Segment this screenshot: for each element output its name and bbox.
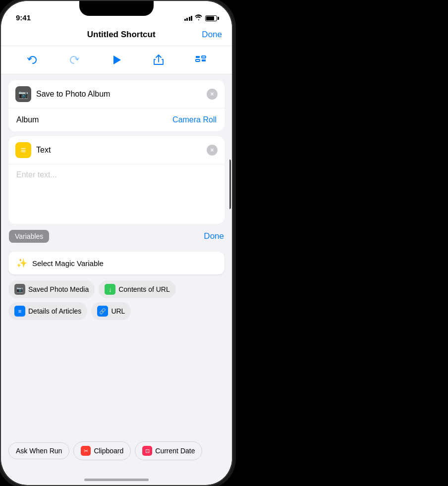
contents-url-chip[interactable]: ↓ Contents of URL: [99, 280, 176, 298]
share-button[interactable]: [150, 51, 168, 69]
saved-photo-chip-icon: 📷: [14, 284, 25, 295]
magic-wand-icon: ✨: [16, 258, 27, 269]
clipboard-chip[interactable]: ✂ Clipboard: [73, 441, 131, 460]
contents-url-chip-icon: ↓: [105, 284, 115, 295]
variables-done-button[interactable]: Done: [204, 231, 224, 241]
play-button[interactable]: [108, 51, 125, 69]
ask-when-run-chip[interactable]: Ask When Run: [8, 442, 69, 459]
text-card: ≡ Text × Enter text...: [8, 136, 224, 224]
phone-screen: 9:41 Untitled: [1, 1, 232, 485]
magic-variable-label: Select Magic Variable: [32, 259, 104, 268]
battery-icon: [205, 15, 217, 21]
text-header: ≡ Text ×: [8, 136, 224, 164]
saved-photo-chip[interactable]: 📷 Saved Photo Media: [8, 280, 95, 298]
status-icons: [184, 14, 218, 22]
nav-done-button[interactable]: Done: [202, 30, 222, 40]
save-photo-icon: 📷: [15, 86, 31, 102]
svg-marker-0: [113, 55, 121, 64]
save-photo-close-button[interactable]: ×: [207, 89, 218, 100]
bottom-chips-row: Ask When Run ✂ Clipboard ⊡ Current Date: [1, 436, 232, 465]
variables-content: ✨ Select Magic Variable 📷 Saved Photo Me…: [1, 248, 232, 330]
home-indicator: [84, 479, 149, 481]
clipboard-icon: ✂: [81, 446, 91, 456]
text-title: Text: [36, 146, 51, 155]
album-label: Album: [16, 115, 39, 124]
contents-url-chip-label: Contents of URL: [118, 285, 170, 293]
url-chip-icon: 🔗: [97, 306, 108, 317]
text-input-area[interactable]: Enter text...: [8, 164, 224, 224]
status-time: 9:41: [16, 13, 31, 22]
current-date-chip[interactable]: ⊡ Current Date: [135, 441, 202, 460]
redo-button[interactable]: [65, 51, 83, 69]
magic-variable-button[interactable]: ✨ Select Magic Variable: [8, 252, 224, 274]
details-articles-chip-label: Details of Articles: [28, 307, 81, 315]
settings-button[interactable]: [192, 51, 210, 69]
text-close-button[interactable]: ×: [207, 145, 218, 156]
text-icon: ≡: [15, 142, 31, 158]
variables-bar: Variables Done: [1, 224, 232, 248]
url-chip[interactable]: 🔗 URL: [91, 302, 131, 320]
wifi-icon: [195, 14, 203, 22]
status-bar: 9:41: [1, 1, 232, 26]
svg-rect-4: [202, 59, 206, 61]
clipboard-label: Clipboard: [94, 447, 123, 455]
nav-title: Untitled Shortcut: [87, 30, 156, 40]
phone-frame: 9:41 Untitled: [0, 0, 233, 486]
current-date-icon: ⊡: [142, 446, 152, 456]
signal-bars-icon: [184, 16, 193, 21]
variable-chips-row: 📷 Saved Photo Media ↓ Contents of URL ≡ …: [8, 280, 224, 320]
content-area: 📷 Save to Photo Album × Album Camera Rol…: [1, 74, 232, 330]
svg-rect-3: [202, 56, 206, 58]
side-bracket: [229, 160, 231, 209]
save-photo-title: Save to Photo Album: [36, 90, 110, 99]
details-articles-chip[interactable]: ≡ Details of Articles: [8, 302, 87, 320]
details-articles-chip-icon: ≡: [14, 306, 25, 317]
url-chip-label: URL: [111, 307, 125, 315]
notch: [79, 1, 154, 16]
undo-button[interactable]: [23, 51, 41, 69]
toolbar: [1, 46, 232, 74]
ask-when-run-label: Ask When Run: [16, 447, 62, 455]
svg-rect-1: [196, 56, 200, 58]
save-photo-header: 📷 Save to Photo Album ×: [8, 80, 224, 108]
nav-bar: Untitled Shortcut Done: [1, 26, 232, 46]
current-date-label: Current Date: [155, 447, 195, 455]
album-value[interactable]: Camera Roll: [172, 115, 217, 124]
saved-photo-chip-label: Saved Photo Media: [28, 285, 89, 293]
text-placeholder: Enter text...: [16, 170, 57, 179]
album-row[interactable]: Album Camera Roll: [8, 108, 224, 131]
variables-tab[interactable]: Variables: [9, 230, 49, 243]
save-photo-card: 📷 Save to Photo Album × Album Camera Rol…: [8, 80, 224, 131]
svg-rect-2: [196, 59, 200, 61]
